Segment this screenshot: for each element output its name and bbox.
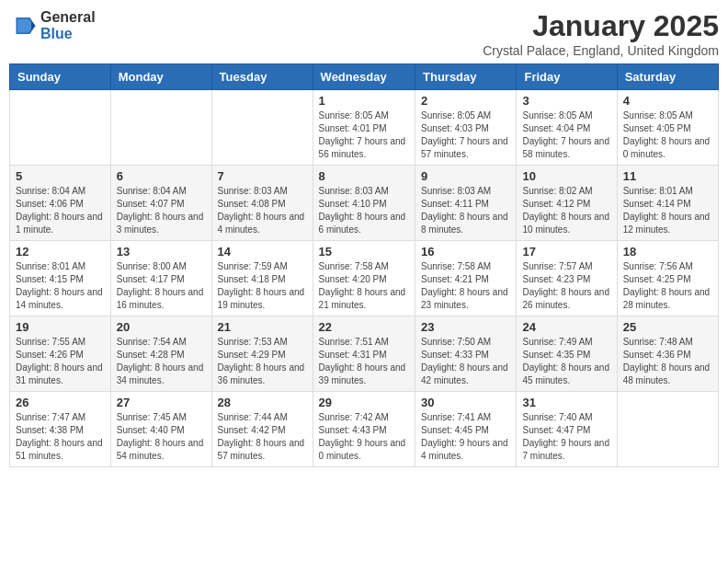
week-row-0: 1Sunrise: 8:05 AM Sunset: 4:01 PM Daylig…: [10, 90, 719, 166]
day-info: Sunrise: 7:41 AM Sunset: 4:45 PM Dayligh…: [421, 411, 510, 463]
month-title: January 2025: [483, 9, 719, 43]
logo-general-label: General: [40, 9, 96, 26]
day-info: Sunrise: 8:01 AM Sunset: 4:14 PM Dayligh…: [623, 185, 712, 236]
day-number: 26: [16, 396, 105, 409]
day-number: 18: [623, 245, 712, 259]
day-number: 10: [522, 169, 610, 183]
page: General Blue January 2025 Crystal Palace…: [0, 0, 728, 563]
calendar-cell: 27Sunrise: 7:45 AM Sunset: 4:40 PM Dayli…: [110, 392, 211, 467]
calendar-cell: 25Sunrise: 7:48 AM Sunset: 4:36 PM Dayli…: [617, 316, 718, 392]
day-header-thursday: Thursday: [415, 64, 517, 90]
day-info: Sunrise: 8:03 AM Sunset: 4:11 PM Dayligh…: [421, 185, 510, 236]
location: Crystal Palace, England, United Kingdom: [483, 43, 719, 58]
day-number: 12: [16, 245, 105, 259]
calendar-cell: 26Sunrise: 7:47 AM Sunset: 4:38 PM Dayli…: [10, 392, 111, 467]
day-number: 4: [623, 94, 712, 108]
day-number: 23: [421, 320, 510, 334]
calendar: SundayMondayTuesdayWednesdayThursdayFrid…: [9, 63, 719, 467]
day-info: Sunrise: 7:40 AM Sunset: 4:47 PM Dayligh…: [522, 411, 610, 463]
day-info: Sunrise: 7:55 AM Sunset: 4:26 PM Dayligh…: [16, 336, 105, 387]
day-info: Sunrise: 8:05 AM Sunset: 4:03 PM Dayligh…: [421, 109, 510, 161]
day-number: 7: [218, 169, 307, 183]
calendar-cell: 2Sunrise: 8:05 AM Sunset: 4:03 PM Daylig…: [415, 90, 517, 166]
day-header-sunday: Sunday: [10, 64, 111, 90]
day-info: Sunrise: 7:44 AM Sunset: 4:42 PM Dayligh…: [218, 411, 307, 463]
day-number: 31: [522, 396, 610, 409]
week-row-2: 12Sunrise: 8:01 AM Sunset: 4:15 PM Dayli…: [10, 241, 719, 316]
day-header-tuesday: Tuesday: [211, 64, 313, 90]
day-number: 6: [117, 169, 206, 183]
day-info: Sunrise: 7:58 AM Sunset: 4:20 PM Dayligh…: [319, 260, 409, 312]
day-number: 16: [421, 245, 510, 259]
day-info: Sunrise: 7:45 AM Sunset: 4:40 PM Dayligh…: [117, 411, 206, 463]
day-info: Sunrise: 7:54 AM Sunset: 4:28 PM Dayligh…: [117, 336, 206, 387]
calendar-cell: 18Sunrise: 7:56 AM Sunset: 4:25 PM Dayli…: [617, 241, 718, 316]
day-info: Sunrise: 8:03 AM Sunset: 4:10 PM Dayligh…: [319, 185, 409, 236]
day-number: 25: [623, 320, 712, 334]
day-info: Sunrise: 7:49 AM Sunset: 4:35 PM Dayligh…: [522, 336, 610, 387]
calendar-cell: 8Sunrise: 8:03 AM Sunset: 4:10 PM Daylig…: [313, 166, 415, 241]
calendar-cell: 4Sunrise: 8:05 AM Sunset: 4:05 PM Daylig…: [617, 90, 718, 166]
logo-blue-label: Blue: [40, 26, 96, 42]
day-number: 8: [319, 169, 409, 183]
day-header-saturday: Saturday: [617, 64, 718, 90]
day-info: Sunrise: 8:02 AM Sunset: 4:12 PM Dayligh…: [522, 185, 610, 236]
day-number: 13: [117, 245, 206, 259]
calendar-cell: 28Sunrise: 7:44 AM Sunset: 4:42 PM Dayli…: [211, 392, 313, 467]
calendar-cell: 21Sunrise: 7:53 AM Sunset: 4:29 PM Dayli…: [211, 316, 313, 392]
calendar-cell: 23Sunrise: 7:50 AM Sunset: 4:33 PM Dayli…: [415, 316, 517, 392]
calendar-cell: 10Sunrise: 8:02 AM Sunset: 4:12 PM Dayli…: [517, 166, 617, 241]
week-row-4: 26Sunrise: 7:47 AM Sunset: 4:38 PM Dayli…: [10, 392, 719, 467]
day-number: 14: [218, 245, 307, 259]
title-section: January 2025 Crystal Palace, England, Un…: [483, 9, 719, 58]
day-number: 3: [522, 94, 610, 108]
day-number: 9: [421, 169, 510, 183]
day-number: 27: [117, 396, 206, 409]
day-info: Sunrise: 8:04 AM Sunset: 4:06 PM Dayligh…: [16, 185, 105, 236]
day-info: Sunrise: 8:05 AM Sunset: 4:04 PM Dayligh…: [522, 109, 610, 161]
calendar-cell: 20Sunrise: 7:54 AM Sunset: 4:28 PM Dayli…: [110, 316, 211, 392]
header: General Blue January 2025 Crystal Palace…: [9, 9, 719, 58]
day-info: Sunrise: 7:42 AM Sunset: 4:43 PM Dayligh…: [319, 411, 409, 463]
calendar-cell: 13Sunrise: 8:00 AM Sunset: 4:17 PM Dayli…: [110, 241, 211, 316]
day-header-friday: Friday: [517, 64, 617, 90]
day-info: Sunrise: 8:01 AM Sunset: 4:15 PM Dayligh…: [16, 260, 105, 312]
calendar-cell: 12Sunrise: 8:01 AM Sunset: 4:15 PM Dayli…: [10, 241, 111, 316]
week-row-3: 19Sunrise: 7:55 AM Sunset: 4:26 PM Dayli…: [10, 316, 719, 392]
day-number: 30: [421, 396, 510, 409]
day-number: 29: [319, 396, 409, 409]
day-info: Sunrise: 7:47 AM Sunset: 4:38 PM Dayligh…: [16, 411, 105, 463]
day-info: Sunrise: 8:04 AM Sunset: 4:07 PM Dayligh…: [117, 185, 206, 236]
day-info: Sunrise: 7:53 AM Sunset: 4:29 PM Dayligh…: [218, 336, 307, 387]
day-header-wednesday: Wednesday: [313, 64, 415, 90]
calendar-cell: 17Sunrise: 7:57 AM Sunset: 4:23 PM Dayli…: [517, 241, 617, 316]
calendar-cell: 6Sunrise: 8:04 AM Sunset: 4:07 PM Daylig…: [110, 166, 211, 241]
day-info: Sunrise: 7:51 AM Sunset: 4:31 PM Dayligh…: [319, 336, 409, 387]
day-info: Sunrise: 7:48 AM Sunset: 4:36 PM Dayligh…: [623, 336, 712, 387]
calendar-cell: 24Sunrise: 7:49 AM Sunset: 4:35 PM Dayli…: [517, 316, 617, 392]
day-number: 20: [117, 320, 206, 334]
day-info: Sunrise: 7:56 AM Sunset: 4:25 PM Dayligh…: [623, 260, 712, 312]
calendar-cell: 31Sunrise: 7:40 AM Sunset: 4:47 PM Dayli…: [517, 392, 617, 467]
day-info: Sunrise: 8:00 AM Sunset: 4:17 PM Dayligh…: [117, 260, 206, 312]
day-info: Sunrise: 8:03 AM Sunset: 4:08 PM Dayligh…: [218, 185, 307, 236]
calendar-cell: 1Sunrise: 8:05 AM Sunset: 4:01 PM Daylig…: [313, 90, 415, 166]
calendar-cell: 5Sunrise: 8:04 AM Sunset: 4:06 PM Daylig…: [10, 166, 111, 241]
calendar-cell: 3Sunrise: 8:05 AM Sunset: 4:04 PM Daylig…: [517, 90, 617, 166]
calendar-cell: 15Sunrise: 7:58 AM Sunset: 4:20 PM Dayli…: [313, 241, 415, 316]
calendar-cell: [10, 90, 111, 166]
calendar-cell: 29Sunrise: 7:42 AM Sunset: 4:43 PM Dayli…: [313, 392, 415, 467]
calendar-cell: 7Sunrise: 8:03 AM Sunset: 4:08 PM Daylig…: [211, 166, 313, 241]
calendar-cell: [617, 392, 718, 467]
day-number: 5: [16, 169, 105, 183]
day-number: 22: [319, 320, 409, 334]
calendar-cell: [110, 90, 211, 166]
calendar-cell: 14Sunrise: 7:59 AM Sunset: 4:18 PM Dayli…: [211, 241, 313, 316]
day-number: 11: [623, 169, 712, 183]
day-number: 28: [218, 396, 307, 409]
calendar-cell: 30Sunrise: 7:41 AM Sunset: 4:45 PM Dayli…: [415, 392, 517, 467]
logo: General Blue: [9, 9, 96, 41]
day-info: Sunrise: 7:58 AM Sunset: 4:21 PM Dayligh…: [421, 260, 510, 312]
calendar-cell: 22Sunrise: 7:51 AM Sunset: 4:31 PM Dayli…: [313, 316, 415, 392]
day-number: 15: [319, 245, 409, 259]
